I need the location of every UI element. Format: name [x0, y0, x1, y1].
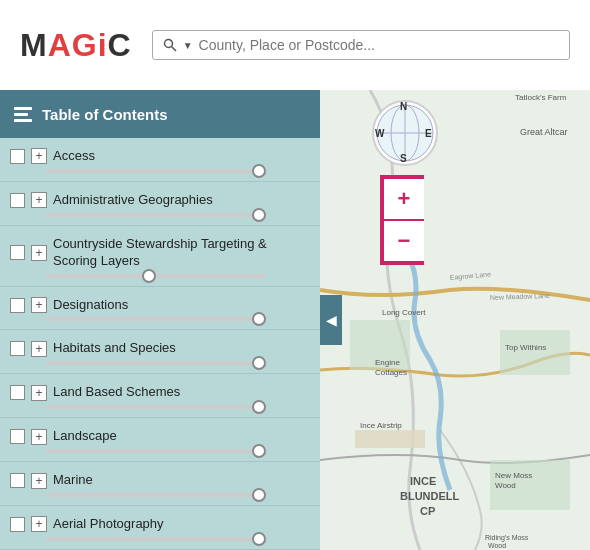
- toc-header: Table of Contents: [0, 90, 320, 138]
- sidebar: Table of Contents + Access + Administrat…: [0, 90, 320, 550]
- layer-item-countryside: + Countryside Stewardship Targeting & Sc…: [0, 226, 320, 287]
- layer-checkbox-access[interactable]: [10, 149, 25, 164]
- compass: N S E W: [370, 98, 440, 168]
- layer-label-admin-geo: Administrative Geographies: [53, 192, 213, 209]
- layer-checkbox-admin-geo[interactable]: [10, 193, 25, 208]
- layer-checkbox-countryside[interactable]: [10, 245, 25, 260]
- layer-row: + Designations: [10, 297, 310, 314]
- layer-label-countryside: Countryside Stewardship Targeting & Scor…: [53, 236, 310, 270]
- layer-opacity-thumb-countryside[interactable]: [142, 269, 156, 283]
- svg-text:Engine: Engine: [375, 358, 400, 367]
- layer-row: + Habitats and Species: [10, 340, 310, 357]
- layer-opacity-row: [10, 537, 310, 545]
- svg-text:Great Altcar: Great Altcar: [520, 127, 568, 137]
- layer-label-designations: Designations: [53, 297, 128, 314]
- layer-opacity-thumb-access[interactable]: [252, 164, 266, 178]
- layer-opacity-track-land-based[interactable]: [46, 405, 266, 409]
- layer-row: + Access: [10, 148, 310, 165]
- svg-text:BLUNDELL: BLUNDELL: [400, 490, 460, 502]
- svg-text:W: W: [375, 128, 385, 139]
- logo: MAGiC: [20, 27, 132, 64]
- layer-opacity-track-countryside[interactable]: [46, 274, 266, 278]
- layer-label-land-based: Land Based Schemes: [53, 384, 180, 401]
- map-canvas: Long Covert Engine Cottages Top Withins …: [320, 90, 590, 550]
- layer-item-habitats: + Habitats and Species: [0, 330, 320, 374]
- layer-checkbox-designations[interactable]: [10, 298, 25, 313]
- layer-expand-aerial[interactable]: +: [31, 516, 47, 532]
- layer-label-marine: Marine: [53, 472, 93, 489]
- layer-item-land-based: + Land Based Schemes: [0, 374, 320, 418]
- layer-opacity-track-marine[interactable]: [46, 493, 266, 497]
- svg-text:Ince Airstrip: Ince Airstrip: [360, 421, 402, 430]
- main-area: Table of Contents + Access + Administrat…: [0, 90, 590, 550]
- svg-text:New Moss: New Moss: [495, 471, 532, 480]
- map-area: ◀ Long Covert Engine Cottages Top Within…: [320, 90, 590, 550]
- svg-text:Tatlock's Farm: Tatlock's Farm: [515, 93, 567, 102]
- layer-checkbox-land-based[interactable]: [10, 385, 25, 400]
- layer-expand-access[interactable]: +: [31, 148, 47, 164]
- layer-opacity-thumb-landscape[interactable]: [252, 444, 266, 458]
- layer-opacity-track-habitats[interactable]: [46, 361, 266, 365]
- layer-label-habitats: Habitats and Species: [53, 340, 176, 357]
- layer-item-aerial: + Aerial Photography: [0, 506, 320, 550]
- layer-opacity-thumb-admin-geo[interactable]: [252, 208, 266, 222]
- layer-checkbox-aerial[interactable]: [10, 517, 25, 532]
- search-input[interactable]: [199, 37, 559, 53]
- layer-row: + Aerial Photography: [10, 516, 310, 533]
- layer-expand-designations[interactable]: +: [31, 297, 47, 313]
- layers-container: + Access + Administrative Geographies + …: [0, 138, 320, 550]
- svg-text:Long Covert: Long Covert: [382, 308, 426, 317]
- layer-checkbox-habitats[interactable]: [10, 341, 25, 356]
- svg-text:INCE: INCE: [410, 475, 436, 487]
- svg-text:CP: CP: [420, 505, 435, 517]
- layer-opacity-track-designations[interactable]: [46, 317, 266, 321]
- svg-text:Wood: Wood: [495, 481, 516, 490]
- layer-row: + Land Based Schemes: [10, 384, 310, 401]
- layer-opacity-row: [10, 213, 310, 221]
- layer-expand-admin-geo[interactable]: +: [31, 192, 47, 208]
- svg-text:E: E: [425, 128, 432, 139]
- search-dropdown-arrow[interactable]: ▼: [183, 40, 193, 51]
- svg-text:N: N: [400, 101, 407, 112]
- layer-expand-countryside[interactable]: +: [31, 245, 47, 261]
- zoom-in-button[interactable]: +: [384, 179, 424, 219]
- collapse-sidebar-button[interactable]: ◀: [320, 295, 342, 345]
- layer-label-landscape: Landscape: [53, 428, 117, 445]
- layer-opacity-thumb-designations[interactable]: [252, 312, 266, 326]
- layer-opacity-thumb-aerial[interactable]: [252, 532, 266, 546]
- layer-opacity-thumb-marine[interactable]: [252, 488, 266, 502]
- layer-item-marine: + Marine: [0, 462, 320, 506]
- svg-text:Riding's Moss: Riding's Moss: [485, 534, 529, 542]
- svg-text:Wood: Wood: [488, 542, 506, 549]
- layer-expand-land-based[interactable]: +: [31, 385, 47, 401]
- layer-checkbox-marine[interactable]: [10, 473, 25, 488]
- layer-expand-landscape[interactable]: +: [31, 429, 47, 445]
- layer-opacity-row: [10, 493, 310, 501]
- layer-opacity-track-access[interactable]: [46, 169, 266, 173]
- layer-opacity-row: [10, 361, 310, 369]
- layer-label-access: Access: [53, 148, 95, 165]
- layer-opacity-track-landscape[interactable]: [46, 449, 266, 453]
- layer-row: + Marine: [10, 472, 310, 489]
- svg-text:Cottages: Cottages: [375, 368, 407, 377]
- layer-opacity-thumb-land-based[interactable]: [252, 400, 266, 414]
- toc-title: Table of Contents: [42, 106, 168, 123]
- layer-checkbox-landscape[interactable]: [10, 429, 25, 444]
- layer-expand-habitats[interactable]: +: [31, 341, 47, 357]
- zoom-out-button[interactable]: −: [384, 221, 424, 261]
- layer-opacity-row: [10, 449, 310, 457]
- layer-opacity-thumb-habitats[interactable]: [252, 356, 266, 370]
- layer-item-admin-geo: + Administrative Geographies: [0, 182, 320, 226]
- layer-opacity-row: [10, 274, 310, 282]
- layer-expand-marine[interactable]: +: [31, 473, 47, 489]
- layer-opacity-track-aerial[interactable]: [46, 537, 266, 541]
- layer-row: + Landscape: [10, 428, 310, 445]
- layer-label-aerial: Aerial Photography: [53, 516, 164, 533]
- layer-opacity-track-admin-geo[interactable]: [46, 213, 266, 217]
- svg-point-0: [164, 40, 172, 48]
- layer-opacity-row: [10, 405, 310, 413]
- layer-item-landscape: + Landscape: [0, 418, 320, 462]
- search-box[interactable]: ▼: [152, 30, 570, 60]
- svg-rect-6: [355, 430, 425, 448]
- toc-icon: [14, 107, 32, 122]
